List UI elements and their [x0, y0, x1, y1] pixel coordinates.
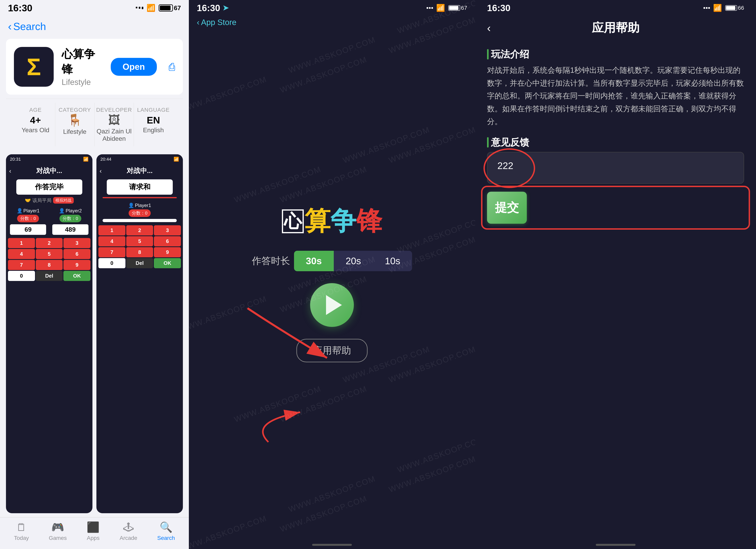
app-card: Σ 心算争锋 Lifestyle Open ⎙	[6, 39, 183, 95]
search-label[interactable]: Search	[13, 20, 46, 32]
screenshots-area: 20:31 📶 ‹ 对战中... 作答完毕 🤝 该局平局 模拟对战	[0, 150, 189, 517]
submit-button-container: 提交	[487, 192, 744, 224]
nav-arcade[interactable]: 🕹 Arcade	[120, 521, 137, 541]
right-status-icons: 📶 66	[704, 4, 744, 12]
mid-home-indicator	[189, 537, 475, 549]
share-icon[interactable]: ⎙	[169, 61, 175, 73]
mock-players-2: 👤Player1 分数：0	[98, 203, 181, 223]
meta-language-label: LANGUAGE	[134, 107, 173, 113]
key-6: 6	[63, 249, 90, 259]
mock-tie-text: 该局平局	[32, 197, 51, 204]
key-5: 5	[36, 249, 63, 259]
open-button[interactable]: Open	[111, 58, 157, 76]
time-option-10s[interactable]: 10s	[373, 251, 412, 271]
nav-today-label: Today	[14, 535, 29, 541]
mock-keypad-1: 1 2 3 4 5 6 7 8 9 0 Del OK	[8, 238, 90, 281]
nav-today[interactable]: 🗒 Today	[14, 521, 29, 541]
help-title: 应用帮助	[592, 20, 640, 36]
feedback-input-value[interactable]: 222	[497, 160, 513, 171]
logo-char-feng: 锋	[356, 204, 382, 239]
section-feedback: 意见反馈 222 提交	[487, 136, 744, 224]
mock-time-2: 20:44	[100, 157, 111, 162]
play-button[interactable]	[310, 283, 354, 327]
meta-language-value: EN	[134, 115, 173, 126]
key2-ok: OK	[154, 258, 181, 268]
app-preview-panel: WWW.ABSKOOP.COMWWW.ABSKOOP.COMWWW.ABSKOO…	[189, 0, 475, 549]
time-selector[interactable]: 30s 20s 10s	[294, 251, 412, 271]
meta-age-sub: Years Old	[16, 126, 55, 134]
app-meta: AGE 4+ Years Old CATEGORY 🪑 Lifestyle DE…	[6, 99, 183, 150]
mid-app-store-back[interactable]: ‹ App Store	[189, 16, 475, 29]
time-selector-row: 作答时长 30s 20s 10s	[252, 251, 412, 271]
app-store-panel: 16:30 📶 67 ‹ Search Σ	[0, 0, 189, 549]
screenshot-1: 20:31 📶 ‹ 对战中... 作答完毕 🤝 该局平局 模拟对战	[6, 154, 92, 513]
gameplay-text: 对战开始后，系统会每隔1秒钟出现一个随机数字。玩家需要记住每秒出现的数字，并在心…	[487, 64, 744, 128]
preview-logo: 心 算 争 锋	[282, 204, 382, 239]
key-7: 7	[8, 260, 35, 270]
time-selector-label: 作答时长	[252, 255, 290, 267]
nav-games[interactable]: 🎮 Games	[49, 521, 67, 541]
status-icons: 📶 67	[136, 4, 181, 12]
nav-search[interactable]: 🔍 Search	[157, 521, 175, 541]
search-header: ‹ Search	[0, 16, 189, 35]
meta-language: LANGUAGE EN English	[134, 103, 173, 146]
nav-apps[interactable]: ⬛ Apps	[87, 521, 100, 541]
player1-input	[103, 219, 177, 222]
mock-mode-tag: 模拟对战	[53, 197, 74, 204]
nav-search-label: Search	[157, 535, 175, 541]
mock-status-1: 20:31 📶	[6, 154, 92, 164]
time-option-30s[interactable]: 30s	[294, 251, 334, 271]
mock-header-2: ‹ 对战中...	[96, 164, 183, 177]
meta-age-label: AGE	[16, 107, 55, 113]
nav-arcade-label: Arcade	[120, 535, 137, 541]
submit-button[interactable]: 提交	[487, 192, 527, 224]
mid-back-label: App Store	[201, 18, 236, 27]
search-back-link[interactable]: ‹ Search	[8, 20, 181, 33]
app-category: Lifestyle	[62, 78, 103, 87]
meta-age: AGE 4+ Years Old	[16, 103, 55, 146]
app-icon: Σ	[14, 47, 54, 87]
section-bar-1	[487, 49, 489, 59]
player2-score: 分数：0	[59, 215, 81, 222]
key2-7: 7	[98, 247, 125, 257]
mid-status-bar: 16:30 ➤ 📶 67	[189, 0, 475, 16]
key2-3: 3	[154, 225, 181, 235]
app-info: 心算争锋 Lifestyle	[62, 47, 103, 87]
right-status-bar: 16:30 📶 66	[475, 0, 756, 16]
key-9: 9	[63, 260, 90, 270]
right-home-indicator	[475, 537, 756, 549]
right-wifi-icon: 📶	[713, 4, 722, 12]
key2-del: Del	[126, 258, 153, 268]
key-2: 2	[36, 238, 63, 248]
time-option-20s[interactable]: 20s	[334, 251, 373, 271]
logo-char-suan: 算	[305, 204, 330, 239]
mock-wifi-1: 📶	[83, 157, 88, 162]
mid-status-time: 16:30 ➤	[197, 3, 229, 13]
mock-back-icon-1: ‹	[9, 167, 11, 175]
battery-label: 67	[174, 4, 181, 12]
key-ok: OK	[63, 271, 90, 281]
feedback-section-title: 意见反馈	[487, 136, 744, 149]
meta-age-value: 4+	[16, 115, 55, 126]
mid-status-icons: 📶 67	[427, 4, 467, 12]
mid-battery-label: 67	[461, 5, 467, 11]
mock-body-2: 请求和 👤Player1 分数：0 1 2 3	[96, 177, 183, 513]
help-back-button[interactable]: ‹	[487, 21, 491, 34]
player1-score: 分数：0	[17, 215, 39, 222]
key2-5: 5	[126, 236, 153, 246]
home-bar	[312, 544, 352, 546]
bottom-nav: 🗒 Today 🎮 Games ⬛ Apps 🕹 Arcade 🔍 Search	[0, 517, 189, 549]
help-content: 玩法介绍 对战开始后，系统会每隔1秒钟出现一个随机数字。玩家需要记住每秒出现的数…	[475, 40, 756, 537]
mock-body-1: 作答完毕 🤝 该局平局 模拟对战 👤Player1 分数：0 69	[6, 177, 92, 513]
section-gameplay: 玩法介绍 对战开始后，系统会每隔1秒钟出现一个随机数字。玩家需要记住每秒出现的数…	[487, 48, 744, 128]
developer-icon: 🖼	[95, 113, 134, 127]
play-triangle-icon	[326, 295, 342, 315]
mock-back-icon-2: ‹	[100, 167, 102, 175]
app-name: 心算争锋	[62, 47, 103, 77]
mock-players: 👤Player1 分数：0 69 👤Player2 分数：0 489	[8, 208, 90, 236]
status-bar: 16:30 📶 67	[0, 0, 189, 16]
category-icon: 🪑	[55, 113, 94, 127]
help-header: ‹ 应用帮助	[475, 16, 756, 40]
mock-header-1: ‹ 对战中...	[6, 164, 92, 177]
help-button[interactable]: 应用帮助	[296, 339, 368, 362]
